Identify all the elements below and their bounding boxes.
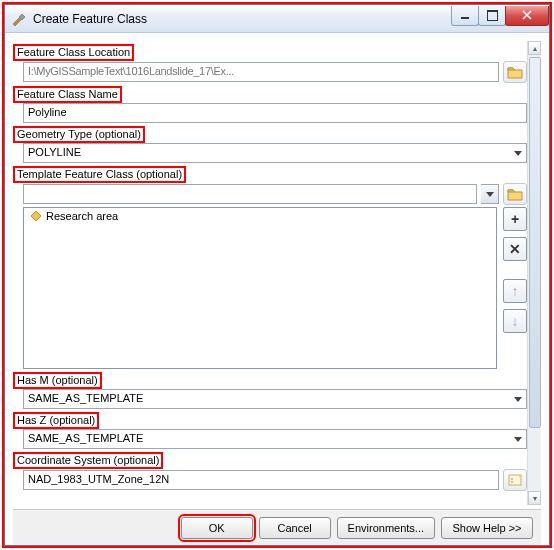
layer-icon — [30, 210, 42, 222]
location-input[interactable]: I:\MyGISSampleText\1016Landslide_17\Ex..… — [23, 62, 499, 82]
ok-button[interactable]: OK — [181, 517, 253, 539]
name-input[interactable]: Polyline — [23, 103, 527, 123]
window-controls — [452, 6, 549, 26]
window-title: Create Feature Class — [33, 12, 452, 26]
template-combo[interactable] — [23, 184, 477, 204]
label-hasz: Has Z (optional) — [13, 412, 99, 429]
hammer-icon — [11, 11, 27, 27]
svg-point-2 — [511, 478, 513, 480]
arrow-up-icon: ↑ — [512, 283, 519, 299]
environments-button[interactable]: Environments... — [337, 517, 435, 539]
button-bar: OK Cancel Environments... Show Help >> — [13, 509, 541, 545]
scroll-track[interactable] — [528, 55, 541, 491]
list-item[interactable]: Research area — [24, 208, 496, 224]
geometry-dropdown[interactable]: POLYLINE — [23, 143, 527, 163]
add-button[interactable]: + — [503, 207, 527, 231]
list-item-label: Research area — [46, 210, 118, 222]
coord-input[interactable]: NAD_1983_UTM_Zone_12N — [23, 470, 499, 490]
scroll-up[interactable]: ▴ — [528, 41, 541, 55]
show-help-button[interactable]: Show Help >> — [441, 517, 533, 539]
maximize-button[interactable] — [478, 6, 506, 26]
browse-template-button[interactable] — [503, 183, 527, 205]
scroll-down[interactable]: ▾ — [528, 491, 541, 505]
svg-marker-0 — [31, 211, 41, 221]
hasz-dropdown[interactable]: SAME_AS_TEMPLATE — [23, 429, 527, 449]
vertical-scrollbar[interactable]: ▴ ▾ — [527, 41, 541, 505]
scroll-thumb[interactable] — [529, 57, 541, 428]
move-down-button[interactable]: ↓ — [503, 309, 527, 333]
label-coord: Coordinate System (optional) — [13, 452, 163, 469]
svg-point-3 — [511, 481, 513, 483]
plus-icon: + — [511, 211, 519, 227]
label-hasm: Has M (optional) — [13, 372, 102, 389]
cancel-button[interactable]: Cancel — [259, 517, 331, 539]
label-geometry: Geometry Type (optional) — [13, 126, 145, 143]
move-up-button[interactable]: ↑ — [503, 279, 527, 303]
hasm-dropdown[interactable]: SAME_AS_TEMPLATE — [23, 389, 527, 409]
arrow-down-icon: ↓ — [512, 313, 519, 329]
close-button[interactable] — [505, 6, 549, 26]
coord-props-button[interactable] — [503, 469, 527, 491]
label-location: Feature Class Location — [13, 44, 134, 61]
browse-location-button[interactable] — [503, 61, 527, 83]
label-template: Template Feature Class (optional) — [13, 166, 186, 183]
label-name: Feature Class Name — [13, 86, 122, 103]
dialog-window: Create Feature Class Feature Class Locat… — [4, 4, 550, 546]
minimize-button[interactable] — [451, 6, 479, 26]
remove-button[interactable]: ✕ — [503, 237, 527, 261]
x-icon: ✕ — [509, 241, 521, 257]
template-list[interactable]: Research area — [23, 207, 497, 369]
titlebar[interactable]: Create Feature Class — [5, 5, 549, 33]
template-combo-arrow[interactable] — [481, 184, 499, 204]
